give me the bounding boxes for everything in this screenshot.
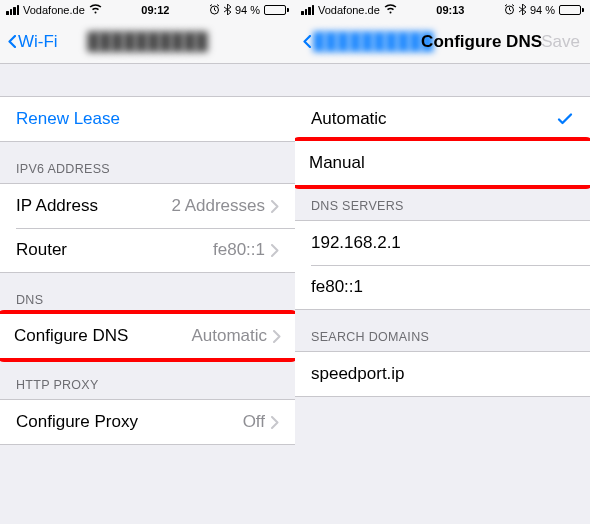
dns-server-row[interactable]: 192.168.2.1 <box>295 221 590 265</box>
nav-bar: ██████████ Configure DNS Save <box>295 20 590 64</box>
chevron-right-icon <box>271 200 279 213</box>
battery-icon <box>559 5 584 15</box>
status-bar: Vodafone.de 09:12 94 % <box>0 0 295 20</box>
dns-servers-header: DNS SERVERS <box>295 185 590 220</box>
carrier-label: Vodafone.de <box>318 4 380 16</box>
dns-server-row[interactable]: fe80::1 <box>295 265 590 309</box>
time-label: 09:13 <box>436 4 464 16</box>
content: Renew Lease IPV6 ADDRESS IP Address 2 Ad… <box>0 64 295 524</box>
back-button[interactable]: Wi-Fi <box>8 32 58 52</box>
router-value: fe80::1 <box>213 240 265 260</box>
content: Automatic Manual DNS SERVERS 192.168.2.1… <box>295 64 590 524</box>
back-label: Wi-Fi <box>18 32 58 52</box>
automatic-row[interactable]: Automatic <box>295 97 590 141</box>
time-label: 09:12 <box>141 4 169 16</box>
chevron-right-icon <box>271 416 279 429</box>
ipv6-header: IPV6 ADDRESS <box>0 142 295 183</box>
nav-bar: Wi-Fi ██████████ <box>0 20 295 64</box>
checkmark-icon <box>556 110 574 128</box>
signal-icon <box>301 5 314 15</box>
configure-dns-label: Configure DNS <box>14 326 128 346</box>
ip-address-row[interactable]: IP Address 2 Addresses <box>0 184 295 228</box>
wifi-icon <box>89 4 102 16</box>
chevron-right-icon <box>273 330 281 343</box>
bluetooth-icon <box>224 4 231 17</box>
manual-row[interactable]: Manual <box>295 141 590 185</box>
dns-server-value: 192.168.2.1 <box>311 233 401 253</box>
carrier-label: Vodafone.de <box>23 4 85 16</box>
configure-dns-value: Automatic <box>191 326 267 346</box>
chevron-right-icon <box>271 244 279 257</box>
page-title: Configure DNS <box>421 32 542 52</box>
battery-pct: 94 % <box>530 4 555 16</box>
highlight-configure-dns: Configure DNS Automatic <box>0 310 295 362</box>
configure-dns-screen: Vodafone.de 09:13 94 % ██████████ Config… <box>295 0 590 524</box>
battery-icon <box>264 5 289 15</box>
wifi-icon <box>384 4 397 16</box>
status-bar: Vodafone.de 09:13 94 % <box>295 0 590 20</box>
chevron-left-icon <box>303 35 311 48</box>
page-title: ██████████ <box>87 32 207 52</box>
chevron-left-icon <box>8 35 16 48</box>
save-button[interactable]: Save <box>541 32 580 52</box>
dns-server-value: fe80::1 <box>311 277 363 297</box>
search-domains-header: SEARCH DOMAINS <box>295 310 590 351</box>
router-label: Router <box>16 240 67 260</box>
search-domain-value: speedport.ip <box>311 364 405 384</box>
highlight-manual: Manual <box>295 137 590 189</box>
alarm-icon <box>209 4 220 17</box>
manual-label: Manual <box>309 153 365 173</box>
bluetooth-icon <box>519 4 526 17</box>
router-row[interactable]: Router fe80::1 <box>0 228 295 272</box>
battery-pct: 94 % <box>235 4 260 16</box>
alarm-icon <box>504 4 515 17</box>
configure-dns-row[interactable]: Configure DNS Automatic <box>0 314 295 358</box>
ip-address-value: 2 Addresses <box>171 196 265 216</box>
signal-icon <box>6 5 19 15</box>
automatic-label: Automatic <box>311 109 387 129</box>
configure-proxy-label: Configure Proxy <box>16 412 138 432</box>
http-proxy-header: HTTP PROXY <box>0 358 295 399</box>
renew-lease-label: Renew Lease <box>16 109 120 129</box>
search-domain-row[interactable]: speedport.ip <box>295 352 590 396</box>
configure-proxy-value: Off <box>243 412 265 432</box>
back-button[interactable]: ██████████ <box>303 32 433 52</box>
renew-lease-row[interactable]: Renew Lease <box>0 97 295 141</box>
configure-proxy-row[interactable]: Configure Proxy Off <box>0 400 295 444</box>
dns-header: DNS <box>0 273 295 314</box>
back-label: ██████████ <box>313 32 433 52</box>
ip-address-label: IP Address <box>16 196 98 216</box>
wifi-details-screen: Vodafone.de 09:12 94 % Wi-Fi ██████████ <box>0 0 295 524</box>
